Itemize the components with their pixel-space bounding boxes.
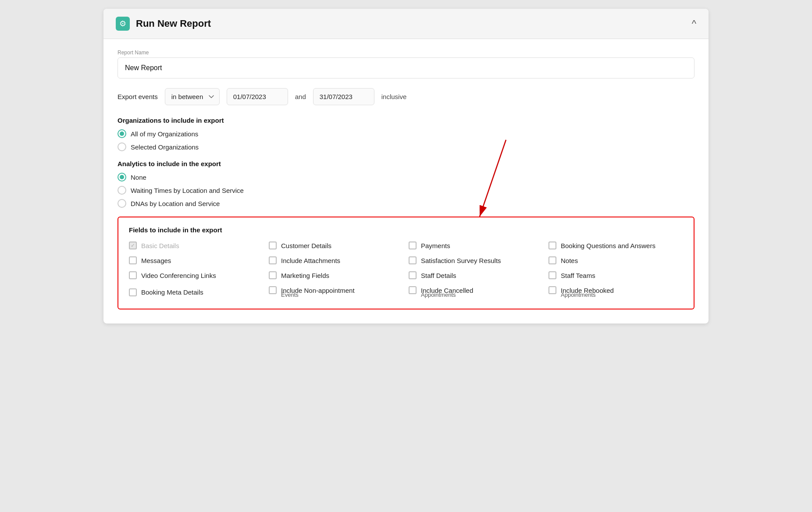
radio-waiting-circle — [118, 186, 126, 195]
checkbox-customer-details[interactable] — [269, 242, 277, 249]
checkbox-payments[interactable] — [409, 242, 417, 249]
label-staff-details: Staff Details — [421, 272, 456, 279]
radio-none-circle — [118, 173, 126, 181]
inclusive-label: inclusive — [381, 93, 407, 100]
panel-title: Run New Report — [136, 18, 211, 29]
checkbox-video-conferencing[interactable] — [129, 271, 137, 279]
in-between-dropdown[interactable]: in between before after on — [165, 88, 220, 105]
label-staff-teams: Staff Teams — [561, 272, 595, 279]
radio-all-org-circle — [118, 129, 126, 138]
field-payments[interactable]: Payments — [409, 242, 543, 249]
field-staff-details[interactable]: Staff Details — [409, 271, 543, 279]
checkbox-satisfaction-survey[interactable] — [409, 256, 417, 264]
field-include-rebooked-group: Include Rebooked Appointments — [548, 286, 683, 298]
checkbox-basic-details — [129, 242, 137, 249]
label-include-attachments: Include Attachments — [281, 257, 340, 264]
checkbox-booking-meta[interactable] — [129, 288, 137, 296]
and-label: and — [295, 93, 306, 100]
export-events-row: Export events in between before after on… — [118, 88, 694, 105]
label-customer-details: Customer Details — [281, 242, 331, 249]
panel-body: Report Name Export events in between bef… — [103, 39, 709, 324]
gear-icon: ⚙ — [116, 17, 130, 31]
label-booking-meta: Booking Meta Details — [141, 288, 203, 296]
report-name-group: Report Name — [118, 50, 694, 78]
label-messages: Messages — [141, 257, 171, 264]
radio-waiting-times[interactable]: Waiting Times by Location and Service — [118, 186, 694, 195]
checkbox-booking-qa[interactable] — [548, 242, 556, 249]
radio-none[interactable]: None — [118, 173, 694, 181]
field-include-attachments[interactable]: Include Attachments — [269, 256, 403, 264]
run-report-panel: ⚙ Run New Report ^ Report Name Export ev… — [103, 9, 709, 324]
field-messages[interactable]: Messages — [129, 256, 264, 264]
checkbox-messages[interactable] — [129, 256, 137, 264]
checkbox-staff-teams[interactable] — [548, 271, 556, 279]
radio-dnas-label: DNAs by Location and Service — [131, 200, 220, 207]
field-booking-qa[interactable]: Booking Questions and Answers — [548, 242, 683, 249]
fields-section-title: Fields to include in the export — [129, 226, 683, 234]
field-notes[interactable]: Notes — [548, 256, 683, 264]
sub-label-rebooked-appointments: Appointments — [548, 292, 683, 298]
label-marketing-fields: Marketing Fields — [281, 272, 329, 279]
collapse-button[interactable]: ^ — [692, 18, 696, 29]
export-events-label: Export events — [118, 93, 158, 100]
radio-none-label: None — [131, 174, 146, 181]
date-end-input[interactable] — [313, 88, 374, 105]
label-booking-qa: Booking Questions and Answers — [561, 242, 655, 249]
fields-section: Fields to include in the export Basic De… — [118, 217, 694, 309]
panel-header-left: ⚙ Run New Report — [116, 17, 211, 31]
analytics-section-title: Analytics to include in the export — [118, 160, 694, 167]
radio-dnas-circle — [118, 199, 126, 208]
label-basic-details: Basic Details — [141, 242, 179, 249]
radio-all-organizations[interactable]: All of my Organizations — [118, 129, 694, 138]
label-notes: Notes — [561, 257, 578, 264]
fields-grid: Basic Details Customer Details Payments … — [129, 242, 683, 298]
field-staff-teams[interactable]: Staff Teams — [548, 271, 683, 279]
field-customer-details[interactable]: Customer Details — [269, 242, 403, 249]
report-name-input[interactable] — [118, 57, 694, 78]
report-name-label: Report Name — [118, 50, 694, 56]
label-payments: Payments — [421, 242, 450, 249]
organizations-section-title: Organizations to include in export — [118, 117, 694, 124]
checkbox-staff-details[interactable] — [409, 271, 417, 279]
label-satisfaction-survey: Satisfaction Survey Results — [421, 257, 501, 264]
date-start-input[interactable] — [227, 88, 288, 105]
field-include-cancelled-group: Include Cancelled Appointments — [409, 286, 543, 298]
radio-dnas[interactable]: DNAs by Location and Service — [118, 199, 694, 208]
panel-header: ⚙ Run New Report ^ — [103, 9, 709, 39]
field-booking-meta[interactable]: Booking Meta Details — [129, 286, 264, 298]
sub-label-events: Events — [269, 292, 403, 298]
field-video-conferencing[interactable]: Video Conferencing Links — [129, 271, 264, 279]
organizations-radio-group: All of my Organizations Selected Organiz… — [118, 129, 694, 151]
checkbox-include-attachments[interactable] — [269, 256, 277, 264]
radio-all-org-label: All of my Organizations — [131, 130, 198, 138]
radio-selected-organizations[interactable]: Selected Organizations — [118, 142, 694, 151]
analytics-radio-group: None Waiting Times by Location and Servi… — [118, 173, 694, 208]
checkbox-notes[interactable] — [548, 256, 556, 264]
label-video-conferencing: Video Conferencing Links — [141, 272, 216, 279]
field-non-appointment-group: Include Non-appointment Events — [269, 286, 403, 298]
field-marketing-fields[interactable]: Marketing Fields — [269, 271, 403, 279]
radio-waiting-label: Waiting Times by Location and Service — [131, 187, 244, 194]
checkbox-marketing-fields[interactable] — [269, 271, 277, 279]
field-basic-details: Basic Details — [129, 242, 264, 249]
radio-selected-org-circle — [118, 142, 126, 151]
sub-label-cancelled-appointments: Appointments — [409, 292, 543, 298]
radio-selected-org-label: Selected Organizations — [131, 143, 199, 151]
arrow-container: Fields to include in the export Basic De… — [118, 217, 694, 309]
field-satisfaction-survey[interactable]: Satisfaction Survey Results — [409, 256, 543, 264]
